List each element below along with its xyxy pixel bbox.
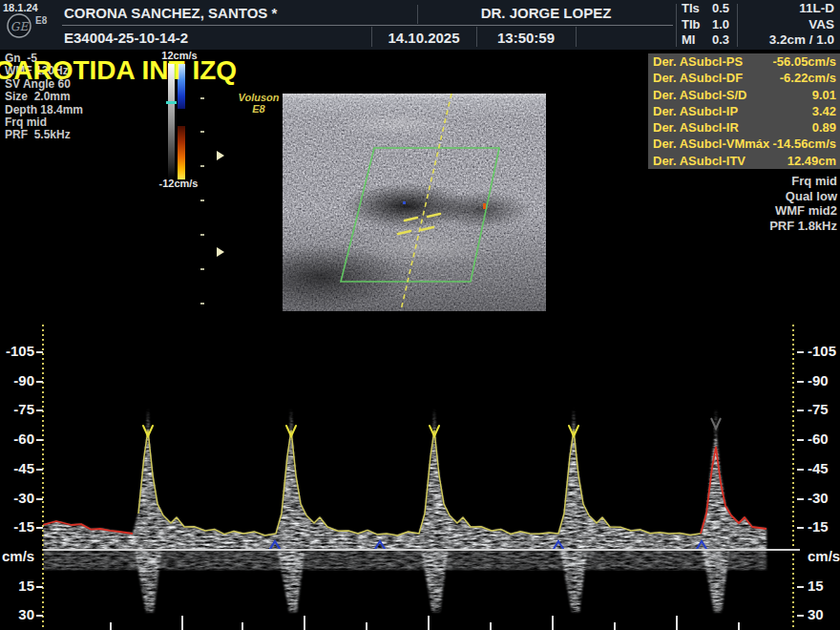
time-tick-major [552,616,554,630]
axis-tick [797,586,804,588]
measurement-row: Der. ASubcl-VMmáx-14.56cm/s [648,136,840,152]
axis-label: cm/s [2,548,34,565]
axis-tick [36,527,43,529]
measurement-value: 0.89 [812,120,836,135]
axis-tick [36,351,43,353]
time-tick-major [428,616,430,630]
axis-label: -90 [808,372,840,389]
system-model-label: E8 [35,15,47,26]
ultrasound-screen: 18.1.24 GE E8 CORONA SANCHEZ, SANTOS * E… [0,0,840,630]
topbar-divider [62,25,673,26]
top-status-bar: 18.1.24 GE E8 CORONA SANCHEZ, SANTOS * E… [0,0,840,50]
depth-tick [200,303,204,304]
axis-tick [797,527,804,529]
doppler-spectrum [43,323,770,630]
mi-value: 0.3 [712,32,729,49]
measurement-label: Der. ASubcl-DF [653,71,743,85]
depth-tick [200,268,204,270]
measurement-row: Der. ASubcl-S/D9.01 [648,87,840,103]
axis-tick [36,586,43,588]
color-scale-min: -12cm/s [155,178,202,189]
physician-name: DR. JORGE LOPEZ [417,3,675,24]
measurement-value: -6.22cm/s [780,71,836,85]
bmode-overlay [283,94,546,311]
time-tick-minor [242,622,243,630]
axis-label: 30 [2,606,34,623]
voluson-brand: Voluson E8 [233,92,284,115]
exam-id: E34004-25-10-14-2 [64,28,188,49]
axis-label: 30 [808,606,840,623]
param-line: WMF mid2 [684,203,837,219]
exam-date: 14.10.2025 [371,28,476,49]
tis-value: 0.5 [712,1,729,17]
measurement-label: Der. ASubcl-VMmáx [653,136,769,151]
focus-marker-icon [217,247,224,257]
depth-tick [200,234,204,236]
spectrum-baseline[interactable] [43,549,800,551]
axis-tick [36,381,43,383]
axis-tick [36,498,43,500]
axis-label: -30 [808,490,840,507]
left-scale-dotted-line [42,325,44,630]
time-tick-minor [614,622,616,630]
time-tick-minor [110,622,112,630]
param-line: Size 2.0mm [5,91,83,103]
time-tick-minor [490,622,492,630]
param-line: Qual low [684,189,837,204]
axis-tick [797,439,804,441]
svg-text:GE: GE [10,20,30,33]
probe-name: 11L-D [739,1,834,17]
measurement-value: 9.01 [812,88,836,102]
tib-value: 1.0 [712,17,729,33]
patient-name: CORONA SANCHEZ, SANTOS * [64,3,277,24]
param-line: PRF 5.5kHz [5,129,83,141]
depth-tick [200,165,204,167]
measurement-row: Der. ASubcl-IP3.42 [648,103,840,119]
measurement-label: Der. ASubcl-IR [653,120,739,135]
param-line: PRF 1.8kHz [684,219,837,234]
axis-tick [36,439,43,441]
axis-label: -15 [2,518,34,536]
axis-tick [797,351,804,353]
depth-tick [200,131,204,133]
measurement-label: Der. ASubcl-ITV [653,154,746,168]
preset-name: VAS [739,17,834,33]
measurement-results-panel: Der. ASubcl-PS-56.05cm/sDer. ASubcl-DF-6… [648,53,840,169]
probe-block: 11L-D VAS 3.2cm / 1.0 [739,1,834,49]
measurement-value: 3.42 [812,104,836,118]
tis-label: TIs [682,1,700,17]
measurement-label: Der. ASubcl-IP [653,104,738,118]
axis-label: 15 [2,578,34,595]
param-line: Frq mid [5,116,83,129]
axis-label: -60 [2,430,34,448]
axis-label: -105 [2,343,34,360]
measurement-row: Der. ASubcl-IR0.89 [648,119,840,136]
axis-label: -105 [808,343,840,360]
measurement-value: -14.56cm/s [773,136,837,151]
axis-label: cm/s [808,548,840,565]
measurement-value: -56.05cm/s [773,54,837,69]
axis-label: -75 [2,401,34,418]
axis-label: -45 [2,460,34,477]
color-roi-box[interactable] [341,148,499,282]
axis-label: -45 [808,460,840,477]
time-tick-major [181,616,183,630]
measurement-row: Der. ASubcl-DF-6.22cm/s [648,70,840,86]
param-line: Frq mid [684,174,837,189]
depth-tick [200,97,204,99]
depth-framerate: 3.2cm / 1.0 [739,32,834,49]
measurement-value: 12.49cm [788,154,836,168]
pw-doppler-params: Frq midQual lowWMF mid2PRF 1.8kHz [684,174,837,233]
color-bar-positive [178,126,185,179]
tib-label: TIb [682,17,701,33]
measurement-label: Der. ASubcl-S/D [653,88,746,102]
time-tick-major [304,616,305,630]
measurement-label: Der. ASubcl-PS [653,54,743,69]
bmode-image [283,94,546,311]
doppler-cursor-line[interactable] [401,94,452,310]
thermal-index-block: TIs0.5 TIb1.0 MI0.3 [682,1,729,49]
axis-tick [797,498,804,500]
time-tick-major [676,616,678,630]
measurement-row: Der. ASubcl-PS-56.05cm/s [648,53,840,70]
axis-tick [797,381,804,383]
